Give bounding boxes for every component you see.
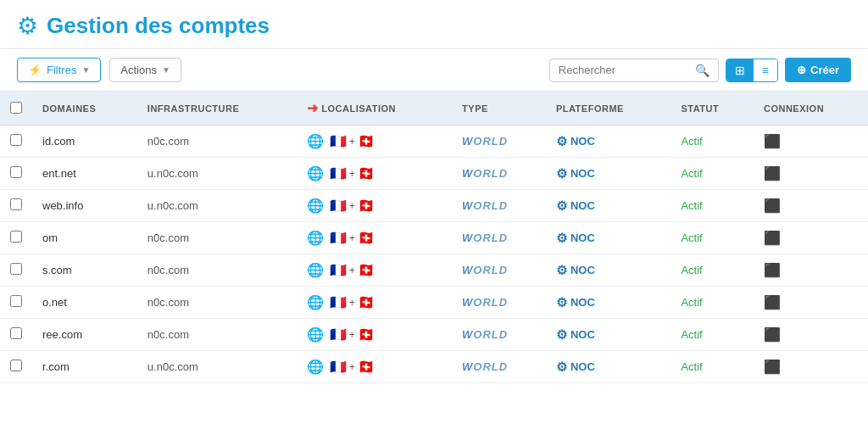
row-checkbox[interactable]	[10, 198, 22, 210]
status-value: Actif	[681, 135, 702, 148]
platform-cell: ⚙ NOC	[546, 287, 671, 319]
domain-cell: om	[32, 222, 137, 254]
noc-gear-icon: ⚙	[556, 198, 567, 214]
platform-cell: ⚙ NOC	[546, 254, 671, 287]
type-cell: WORLD	[452, 125, 546, 158]
row-checkbox[interactable]	[10, 327, 22, 339]
conn-cell: ⬛	[754, 351, 868, 383]
table-row: s.com n0c.com 🌐 🇫🇷 + 🇨🇭 WORLD ⚙ NOC Acti…	[0, 254, 868, 287]
connexion-icon[interactable]: ⬛	[764, 327, 781, 342]
table-row: o.net n0c.com 🌐 🇫🇷 + 🇨🇭 WORLD ⚙ NOC Acti…	[0, 287, 868, 319]
noc-gear-icon: ⚙	[556, 327, 567, 343]
platform-value: NOC	[570, 296, 595, 309]
conn-cell: ⬛	[754, 222, 868, 254]
infra-value: n0c.com	[147, 135, 189, 148]
col-connexion: CONNEXION	[754, 92, 868, 125]
create-button[interactable]: ⊕ Créer	[785, 58, 851, 82]
filtres-arrow-icon: ▼	[81, 65, 90, 75]
status-value: Actif	[681, 199, 702, 212]
infra-cell: u.n0c.com	[137, 158, 297, 190]
row-checkbox-cell	[0, 287, 32, 319]
globe-icon: 🌐	[307, 198, 324, 214]
search-icon: 🔍	[695, 64, 709, 77]
create-plus-icon: ⊕	[797, 64, 806, 76]
type-value: WORLD	[462, 328, 508, 341]
type-cell: WORLD	[452, 351, 546, 383]
connexion-icon[interactable]: ⬛	[764, 360, 781, 374]
connexion-icon[interactable]: ⬛	[764, 295, 781, 310]
row-checkbox[interactable]	[10, 231, 22, 243]
platform-cell: ⚙ NOC	[546, 351, 671, 383]
noc-gear-icon: ⚙	[556, 134, 567, 149]
select-all-checkbox[interactable]	[10, 102, 22, 114]
type-value: WORLD	[462, 360, 508, 373]
toolbar-right: 🔍 ⊞ ≡ ⊕ Créer	[549, 58, 851, 82]
type-cell: WORLD	[452, 190, 546, 222]
domain-cell: ree.com	[32, 319, 137, 351]
infra-value: n0c.com	[147, 264, 189, 276]
type-value: WORLD	[462, 231, 508, 244]
actions-dropdown[interactable]: Actions ▼	[109, 58, 181, 82]
row-checkbox[interactable]	[10, 360, 22, 371]
connexion-icon[interactable]: ⬛	[764, 263, 781, 277]
globe-icon: 🌐	[307, 262, 324, 278]
type-value: WORLD	[462, 264, 508, 276]
row-checkbox-cell	[0, 254, 32, 287]
type-cell: WORLD	[452, 222, 546, 254]
globe-icon: 🌐	[307, 359, 324, 375]
actions-label: Actions	[120, 64, 157, 76]
filtres-dropdown[interactable]: ⚡ Filtres ▼	[17, 58, 101, 82]
status-value: Actif	[681, 231, 702, 244]
domain-value: om	[42, 231, 58, 244]
plus-sign: +	[349, 265, 355, 276]
infra-cell: u.n0c.com	[137, 351, 297, 383]
connexion-icon[interactable]: ⬛	[764, 134, 781, 148]
row-checkbox[interactable]	[10, 166, 22, 178]
domain-value: o.net	[42, 296, 67, 309]
status-cell: Actif	[670, 319, 754, 351]
loc-cell: 🌐 🇫🇷 + 🇨🇭	[297, 222, 452, 254]
row-checkbox[interactable]	[10, 295, 22, 307]
infra-cell: n0c.com	[137, 287, 297, 319]
accounts-table: DOMAINES INFRASTRUCTURE ➜ LOCALISATION T…	[0, 92, 868, 383]
platform-value: NOC	[570, 264, 595, 276]
col-localisation: ➜ LOCALISATION	[297, 92, 452, 125]
connexion-icon[interactable]: ⬛	[764, 198, 781, 213]
france-flag: 🇫🇷	[330, 165, 347, 181]
row-checkbox[interactable]	[10, 263, 22, 275]
swiss-flag: 🇨🇭	[358, 294, 375, 310]
page-header: ⚙ Gestion des comptes	[0, 0, 868, 49]
page-title: Gestion des comptes	[47, 13, 270, 39]
swiss-flag: 🇨🇭	[358, 165, 375, 181]
infra-cell: n0c.com	[137, 254, 297, 287]
search-input[interactable]	[559, 64, 690, 76]
row-checkbox-cell	[0, 190, 32, 222]
france-flag: 🇫🇷	[330, 133, 347, 149]
infra-value: u.n0c.com	[147, 167, 198, 180]
connexion-icon[interactable]: ⬛	[764, 231, 781, 245]
domain-cell: o.net	[32, 287, 137, 319]
infra-value: n0c.com	[147, 231, 189, 244]
noc-gear-icon: ⚙	[556, 295, 567, 310]
row-checkbox[interactable]	[10, 134, 22, 146]
loc-cell: 🌐 🇫🇷 + 🇨🇭	[297, 351, 452, 383]
table-row: web.info u.n0c.com 🌐 🇫🇷 + 🇨🇭 WORLD ⚙ NOC…	[0, 190, 868, 222]
status-cell: Actif	[670, 222, 754, 254]
status-cell: Actif	[670, 287, 754, 319]
status-value: Actif	[681, 328, 702, 341]
table-row: om n0c.com 🌐 🇫🇷 + 🇨🇭 WORLD ⚙ NOC Actif	[0, 222, 868, 254]
swiss-flag: 🇨🇭	[358, 262, 375, 278]
infra-cell: n0c.com	[137, 319, 297, 351]
list-view-button[interactable]: ≡	[754, 59, 777, 81]
connexion-icon[interactable]: ⬛	[764, 166, 781, 181]
type-cell: WORLD	[452, 158, 546, 190]
grid-view-button[interactable]: ⊞	[726, 59, 754, 81]
view-toggle: ⊞ ≡	[726, 59, 778, 82]
conn-cell: ⬛	[754, 287, 868, 319]
plus-sign: +	[349, 297, 355, 309]
type-value: WORLD	[462, 167, 508, 180]
table-row: ree.com n0c.com 🌐 🇫🇷 + 🇨🇭 WORLD ⚙ NOC Ac…	[0, 319, 868, 351]
status-cell: Actif	[670, 351, 754, 383]
noc-gear-icon: ⚙	[556, 360, 567, 375]
platform-cell: ⚙ NOC	[546, 158, 671, 190]
